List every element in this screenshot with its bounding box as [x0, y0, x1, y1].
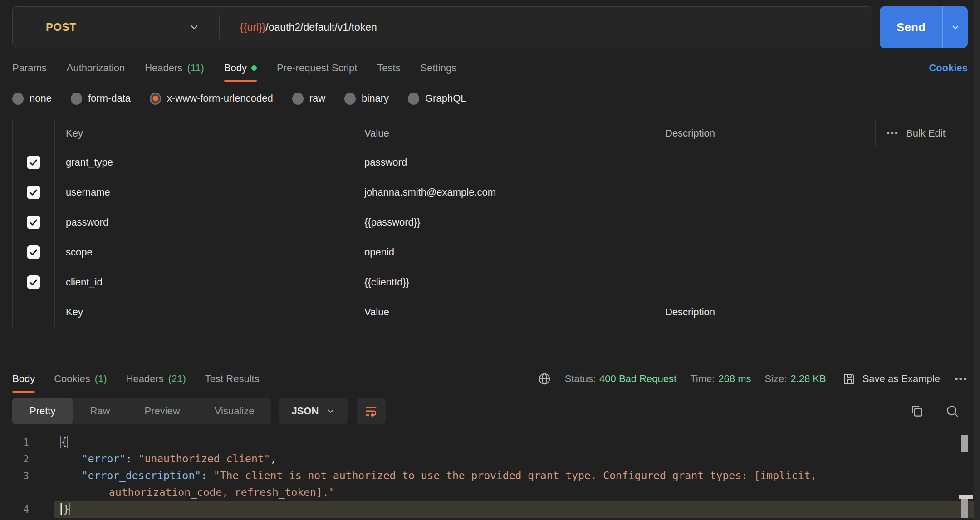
param-value-cell[interactable]: {{clientId}} [353, 267, 654, 297]
cookies-link[interactable]: Cookies [929, 62, 968, 74]
send-options-button[interactable] [942, 6, 968, 48]
row-enabled-checkbox[interactable] [27, 245, 40, 259]
wrap-text-button[interactable] [357, 398, 386, 424]
row-enabled-checkbox[interactable] [27, 275, 40, 289]
response-tab-cookies[interactable]: Cookies(1) [54, 363, 107, 395]
radio-icon [408, 93, 419, 105]
url-input[interactable]: {{url}}/oauth2/default/v1/token [220, 7, 872, 48]
body-mode-none[interactable]: none [12, 93, 52, 105]
pane-splitter[interactable] [0, 362, 980, 362]
param-description-cell[interactable] [654, 147, 968, 177]
row-enabled-checkbox[interactable] [27, 186, 40, 199]
bulk-edit-header: ••• Bulk Edit [876, 119, 968, 147]
tab-tests[interactable]: Tests [377, 54, 400, 83]
param-value-cell[interactable]: johanna.smith@example.com [353, 177, 654, 207]
body-mode-binary[interactable]: binary [344, 93, 389, 105]
radio-icon [12, 93, 24, 105]
bulk-edit-button[interactable]: Bulk Edit [906, 128, 946, 139]
description-column-header: Description [654, 119, 876, 147]
checkbox-column-header [13, 119, 55, 147]
param-value-cell[interactable]: password [353, 147, 654, 177]
tab-authorization[interactable]: Authorization [67, 54, 125, 83]
view-tab-pretty[interactable]: Pretty [12, 398, 73, 424]
code-token: : [201, 470, 214, 481]
tab-label: Body [224, 62, 247, 74]
time-value: 268 ms [718, 373, 751, 385]
tab-headers[interactable]: Headers(11) [145, 54, 204, 83]
response-tab-headers[interactable]: Headers(21) [126, 363, 186, 395]
method-selector[interactable]: POST [13, 7, 219, 48]
param-description-cell[interactable] [654, 177, 968, 207]
tab-label: Test Results [205, 373, 260, 385]
send-button[interactable]: Send [880, 6, 942, 48]
view-tab-raw[interactable]: Raw [73, 398, 127, 424]
value-column-header: Value [353, 119, 654, 147]
line-number: 4 [0, 501, 29, 518]
size-value: 2.28 KB [790, 373, 826, 385]
view-tab-visualize[interactable]: Visualize [197, 398, 272, 424]
param-key-cell[interactable]: password [55, 207, 353, 237]
response-body-editor[interactable]: 1{2"error": "unauthorized_client",3"erro… [0, 431, 980, 520]
tab-count: (21) [168, 373, 186, 385]
tab-count: (1) [95, 373, 107, 385]
request-tabs-row: ParamsAuthorizationHeaders(11)BodyPre-re… [12, 54, 968, 83]
scrollbar-thumb[interactable] [961, 435, 968, 452]
view-tab-preview[interactable]: Preview [127, 398, 197, 424]
param-description-input[interactable]: Description [654, 297, 968, 327]
request-response-view: POST {{url}}/oauth2/default/v1/token Sen… [0, 6, 980, 520]
language-select[interactable]: JSON [279, 398, 348, 424]
response-tab-body[interactable]: Body [12, 363, 35, 395]
row-enabled-checkbox[interactable] [27, 216, 40, 229]
param-value-cell[interactable]: {{password}} [353, 207, 654, 237]
search-icon[interactable] [945, 404, 960, 418]
radio-label: GraphQL [425, 93, 466, 104]
radio-label: raw [309, 93, 325, 104]
tab-params[interactable]: Params [12, 54, 47, 83]
body-mode-raw[interactable]: raw [292, 93, 325, 105]
response-header: BodyCookies(1)Headers(21)Test Results St… [12, 363, 968, 395]
param-description-cell[interactable] [654, 207, 968, 237]
body-mode-graphql[interactable]: GraphQL [408, 93, 466, 105]
param-value-input[interactable]: Value [353, 297, 654, 327]
more-options-icon[interactable]: ••• [887, 128, 899, 138]
tab-label: Headers [145, 62, 182, 74]
window-scrollbar-gutter[interactable] [974, 0, 980, 520]
param-row: usernamejohanna.smith@example.com [13, 177, 968, 207]
chevron-down-icon [326, 406, 336, 416]
url-variable: {{url}} [240, 21, 265, 34]
param-key-cell[interactable]: scope [55, 237, 353, 267]
param-key-cell[interactable]: client_id [55, 267, 353, 297]
code-token: "error_description" [82, 470, 201, 481]
tab-pre-request-script[interactable]: Pre-request Script [277, 54, 357, 83]
param-key-cell[interactable]: grant_type [55, 147, 353, 177]
tab-settings[interactable]: Settings [421, 54, 457, 83]
indent-guide [58, 449, 58, 517]
code-token: "The client is not authorized to use the… [109, 470, 823, 498]
param-description-cell[interactable] [654, 267, 968, 297]
radio-icon [71, 93, 82, 105]
scrollbar-cursor-marker [959, 495, 973, 499]
response-tab-test-results[interactable]: Test Results [205, 363, 260, 395]
code-line: 2"error": "unauthorized_client", [0, 451, 980, 467]
row-enabled-checkbox-empty [13, 297, 55, 327]
url-row: POST {{url}}/oauth2/default/v1/token Sen… [12, 6, 968, 48]
tab-label: Headers [126, 373, 164, 385]
param-key-input[interactable]: Key [55, 297, 353, 327]
param-description-cell[interactable] [654, 237, 968, 267]
body-mode-form-data[interactable]: form-data [71, 93, 131, 105]
table-header-row: Key Value Description ••• Bulk Edit [13, 119, 968, 147]
param-key-cell[interactable]: username [55, 177, 353, 207]
tab-body[interactable]: Body [224, 54, 257, 83]
scrollbar-thumb-bottom[interactable] [961, 499, 968, 518]
body-mode-x-www-form-urlencoded[interactable]: x-www-form-urlencoded [150, 93, 273, 105]
globe-icon [538, 372, 551, 386]
response-more-options-icon[interactable]: ••• [955, 373, 968, 385]
param-value-cell[interactable]: openid [353, 237, 654, 267]
response-tabs: BodyCookies(1)Headers(21)Test Results [12, 363, 279, 395]
method-label: POST [46, 21, 76, 34]
code-line: 1{ [0, 434, 980, 451]
row-enabled-checkbox[interactable] [27, 156, 40, 169]
save-as-example-button[interactable]: Save as Example [843, 372, 940, 386]
tab-label: Cookies [54, 373, 90, 385]
copy-icon[interactable] [910, 404, 924, 418]
